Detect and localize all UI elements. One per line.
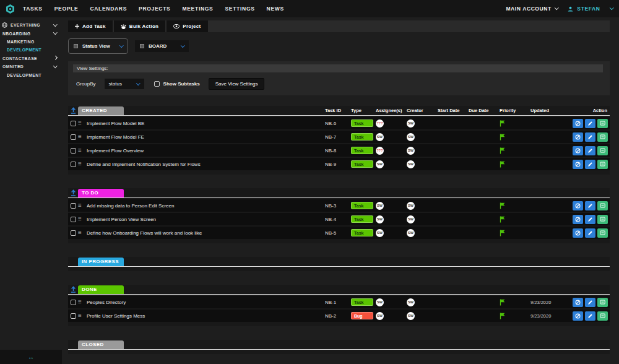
edit-button[interactable] bbox=[585, 311, 595, 321]
creator-avatar[interactable]: SW bbox=[407, 229, 415, 237]
show-subtasks-checkbox[interactable] bbox=[154, 81, 160, 87]
hide-button[interactable] bbox=[573, 132, 583, 142]
project-button[interactable]: Project bbox=[167, 20, 207, 32]
card-button[interactable] bbox=[597, 160, 608, 169]
assignee-avatar[interactable]: SW bbox=[376, 215, 384, 223]
drag-handle-icon[interactable]: ≡ bbox=[78, 216, 87, 222]
task-checkbox[interactable] bbox=[71, 134, 76, 140]
creator-avatar[interactable]: SW bbox=[407, 298, 415, 306]
card-button[interactable] bbox=[597, 201, 608, 210]
creator-avatar[interactable]: SW bbox=[407, 160, 415, 168]
task-title[interactable]: Implement Person View Screen bbox=[87, 217, 325, 222]
assignee-avatar[interactable]: ??? bbox=[376, 147, 384, 155]
task-checkbox[interactable] bbox=[71, 300, 76, 305]
priority-flag-icon[interactable] bbox=[500, 134, 530, 141]
assignee-avatar[interactable]: SW bbox=[376, 229, 384, 237]
creator-avatar[interactable]: SW bbox=[407, 215, 415, 223]
account-selector[interactable]: MAIN ACCOUNT bbox=[506, 6, 558, 12]
nav-item-meetings[interactable]: MEETINGS bbox=[182, 6, 213, 12]
edit-button[interactable] bbox=[585, 215, 595, 224]
sidebar-item-development[interactable]: DEVELOPMENT bbox=[0, 46, 62, 54]
card-button[interactable] bbox=[597, 311, 608, 321]
edit-button[interactable] bbox=[585, 298, 595, 307]
creator-avatar[interactable]: SW bbox=[407, 133, 415, 141]
drag-handle-icon[interactable]: ≡ bbox=[78, 230, 87, 236]
creator-avatar[interactable]: SW bbox=[407, 312, 415, 320]
assignee-avatar[interactable]: ??? bbox=[376, 119, 384, 128]
assignee-avatar[interactable]: SW bbox=[376, 312, 384, 320]
group-badge-done[interactable]: DONE bbox=[78, 285, 124, 294]
priority-flag-icon[interactable] bbox=[500, 120, 530, 127]
card-button[interactable] bbox=[597, 146, 608, 155]
task-title[interactable]: Define and Implement Notification System… bbox=[87, 162, 325, 167]
task-checkbox[interactable] bbox=[71, 203, 76, 209]
creator-avatar[interactable]: SW bbox=[407, 147, 415, 155]
hide-button[interactable] bbox=[573, 228, 583, 238]
nav-item-projects[interactable]: PROJECTS bbox=[139, 6, 170, 12]
task-title[interactable]: Define how Onboarding Flows will work an… bbox=[87, 230, 325, 236]
card-button[interactable] bbox=[597, 298, 608, 307]
priority-flag-icon[interactable] bbox=[500, 147, 530, 154]
sidebar-resize-footer[interactable]: ↔ bbox=[0, 350, 62, 364]
priority-flag-icon[interactable] bbox=[500, 230, 530, 236]
card-button[interactable] bbox=[597, 228, 608, 238]
task-checkbox[interactable] bbox=[71, 148, 76, 154]
hide-button[interactable] bbox=[573, 160, 583, 169]
sidebar-item-marketing[interactable]: MARKETING bbox=[0, 38, 62, 46]
nav-item-tasks[interactable]: TASKS bbox=[23, 6, 43, 12]
group-badge-closed[interactable]: CLOSED bbox=[78, 340, 124, 349]
task-title[interactable]: Peoples Directory bbox=[87, 300, 325, 305]
assignee-avatar[interactable]: SW bbox=[376, 160, 384, 168]
card-button[interactable] bbox=[597, 119, 608, 128]
task-title[interactable]: Implement Flow Model BE bbox=[87, 121, 325, 126]
board-dropdown[interactable]: BOARD bbox=[135, 40, 189, 52]
task-title[interactable]: Profile User Settings Mess bbox=[87, 313, 325, 319]
save-view-settings-button[interactable]: Save View Settings bbox=[209, 78, 265, 90]
assignee-avatar[interactable]: SW bbox=[376, 298, 384, 306]
hide-button[interactable] bbox=[573, 215, 583, 224]
hide-button[interactable] bbox=[573, 119, 583, 128]
user-menu[interactable]: STEFAN bbox=[568, 6, 600, 12]
sidebar-item-omnited[interactable]: OMNITED bbox=[0, 63, 62, 71]
hide-button[interactable] bbox=[573, 201, 583, 210]
hide-button[interactable] bbox=[573, 311, 583, 321]
creator-avatar[interactable]: SW bbox=[407, 202, 415, 210]
group-badge-to-do[interactable]: TO DO bbox=[78, 189, 124, 197]
task-title[interactable]: Implement Flow Overview bbox=[87, 148, 325, 154]
collapse-group-button[interactable] bbox=[68, 189, 78, 196]
sidebar-item-contactbase[interactable]: CONTACTBASE bbox=[0, 54, 62, 63]
assignee-avatar[interactable]: SW bbox=[376, 202, 384, 210]
groupby-select[interactable]: status bbox=[105, 79, 144, 89]
nav-item-settings[interactable]: SETTINGS bbox=[225, 6, 254, 12]
group-badge-in-progress[interactable]: IN PROGRESS bbox=[78, 258, 124, 266]
collapse-group-button[interactable] bbox=[68, 107, 78, 114]
drag-handle-icon[interactable]: ≡ bbox=[78, 202, 87, 209]
drag-handle-icon[interactable]: ≡ bbox=[78, 161, 87, 167]
card-button[interactable] bbox=[597, 215, 608, 224]
edit-button[interactable] bbox=[585, 119, 595, 128]
priority-flag-icon[interactable] bbox=[500, 161, 530, 168]
status-view-dropdown[interactable]: Status View bbox=[68, 38, 128, 54]
card-button[interactable] bbox=[597, 132, 608, 142]
sidebar-item-development[interactable]: DEVELOPMENT bbox=[0, 71, 62, 79]
assignee-avatar[interactable]: SW bbox=[376, 133, 384, 141]
nav-item-people[interactable]: PEOPLE bbox=[54, 6, 79, 12]
priority-flag-icon[interactable] bbox=[500, 299, 530, 306]
user-menu-chevron-down-icon[interactable] bbox=[610, 6, 613, 9]
task-checkbox[interactable] bbox=[71, 313, 76, 319]
drag-handle-icon[interactable]: ≡ bbox=[78, 134, 87, 140]
edit-button[interactable] bbox=[585, 160, 595, 169]
task-title[interactable]: Add missing data to Person Edit Screen bbox=[87, 203, 325, 209]
edit-button[interactable] bbox=[585, 228, 595, 238]
task-title[interactable]: Implement Flow Model FE bbox=[87, 134, 325, 140]
drag-handle-icon[interactable]: ≡ bbox=[78, 313, 87, 319]
edit-button[interactable] bbox=[585, 132, 595, 142]
collapse-group-button[interactable] bbox=[68, 286, 78, 293]
add-task-button[interactable]: Add Task bbox=[68, 20, 113, 32]
creator-avatar[interactable]: SW bbox=[407, 119, 415, 128]
nav-item-news[interactable]: NEWS bbox=[267, 6, 284, 12]
drag-handle-icon[interactable]: ≡ bbox=[78, 299, 87, 305]
task-checkbox[interactable] bbox=[71, 121, 76, 126]
group-badge-created[interactable]: CREATED bbox=[78, 106, 124, 115]
hide-button[interactable] bbox=[573, 146, 583, 155]
